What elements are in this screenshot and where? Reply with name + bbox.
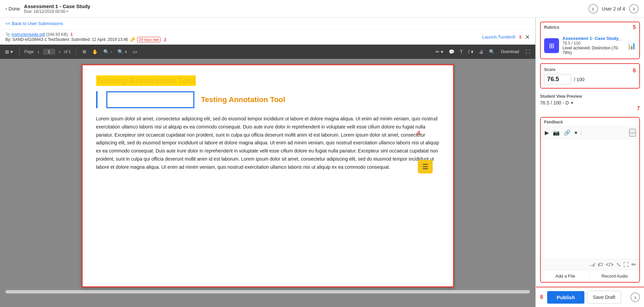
download-button[interactable]: Download: [498, 48, 522, 55]
back-arrow-icon: ‹: [5, 6, 7, 12]
late-badge: 29 days late: [137, 37, 160, 42]
close-button[interactable]: ✕: [525, 33, 530, 41]
resize-button[interactable]: ⤡: [616, 261, 621, 268]
page-label: Page: [24, 49, 34, 54]
file-info-bar: 📎 instructorguide.pdf (248.93 KB) 1 By: …: [0, 30, 535, 45]
link-button[interactable]: 🔗: [563, 129, 571, 137]
pdf-annotation-row: Testing Annotation Tool: [96, 91, 439, 108]
feedback-section: Feedback ▶ 📷 🔗 ▾ ⋯ 𝒜 🏷 </> ⤡ ⛶ ✏: [540, 117, 640, 283]
student-view-score: 76.5 / 100 - D: [540, 100, 569, 105]
prev-page-button[interactable]: ‹: [36, 48, 41, 55]
pdf-blue-elements: [96, 91, 194, 108]
pdf-blue-line: [96, 91, 98, 108]
emoji-button[interactable]: 🏷: [598, 262, 603, 268]
expand-button[interactable]: ⛶: [623, 262, 629, 268]
right-panel: Rubrics 5 ⊞ Assessment 1- Case Study_ 76…: [536, 18, 644, 307]
rubrics-header-label: Rubrics: [544, 25, 559, 30]
top-header: ‹ Done Assessment 1 - Case Study Due: 16…: [0, 0, 644, 18]
zoom-out-button[interactable]: 🔍 -: [102, 48, 114, 55]
save-draft-button[interactable]: Save Draft: [587, 291, 621, 304]
of-label: of 1: [64, 49, 71, 54]
dropdown-arrow-button[interactable]: ▾: [574, 129, 578, 137]
italic-button[interactable]: 𝒜: [590, 262, 595, 268]
rubrics-section: Rubrics 5 ⊞ Assessment 1- Case Study_ 76…: [540, 22, 640, 59]
page-input[interactable]: [43, 49, 55, 55]
feedback-body[interactable]: [541, 139, 639, 259]
file-link[interactable]: instructorguide.pdf: [12, 32, 45, 37]
feedback-bottom-toolbar: 𝒜 🏷 </> ⤡ ⛶ ✏: [541, 259, 639, 270]
next-user-button[interactable]: ›: [629, 4, 639, 14]
header-right: ‹ User 2 of 4 ›: [588, 4, 639, 14]
file-info-right: Launch Turnitin® 3 ✕: [482, 33, 530, 41]
rubric-card[interactable]: ⊞ Assessment 1- Case Study_ 76.5 / 100 L…: [541, 32, 639, 58]
score-input[interactable]: [544, 74, 571, 85]
code-button[interactable]: </>: [606, 262, 614, 268]
submitted-date: Submitted: 12 April, 2019 13:46: [71, 37, 128, 42]
action-buttons: 8 Publish Save Draft: [540, 291, 621, 304]
fullscreen-button[interactable]: ⛶: [524, 48, 532, 55]
chevron-down-icon: ▾: [571, 100, 573, 105]
zoom-in-button[interactable]: 🔍 +: [116, 48, 129, 55]
comment-button[interactable]: 💬: [447, 48, 456, 55]
annotation-toolbar: ⊞ ▾ Page ‹ › of 1 ⚙ ✋ 🔍 - 🔍 + ▭ ✏ ▾ 💬: [0, 45, 535, 59]
rubric-level: Level achieved: Distinction (70-79%): [562, 46, 624, 55]
toolbar-page-group: Page ‹ › of 1: [24, 48, 71, 55]
record-audio-button[interactable]: Record Audio: [590, 270, 639, 282]
print-button[interactable]: 🖨: [477, 48, 485, 55]
pdf-viewer: 4 Testing Annotation Tool Testing Annota…: [0, 59, 535, 307]
toolbar-separator-2: [76, 48, 76, 56]
next-page-button[interactable]: ›: [57, 48, 62, 55]
rubric-title: Assessment 1- Case Study_: [562, 36, 624, 41]
score-denominator: / 100: [574, 77, 584, 82]
file-info-left: 📎 instructorguide.pdf (248.93 KB) 1 By: …: [5, 32, 167, 42]
pdf-title-yellow: Testing Annotation Tool: [96, 75, 196, 86]
submitted-by: By: SAND-e5109443-1 TestStudent: [5, 37, 69, 42]
pdf-body-text: Lorem ipsum dolor sit amet, consectetur …: [96, 115, 439, 171]
next-submission-button[interactable]: ›: [630, 292, 640, 302]
rubric-info: Assessment 1- Case Study_ 76.5 / 100 Lev…: [562, 36, 624, 55]
score-header-row: Score 6: [544, 67, 636, 74]
settings-button[interactable]: ⚙: [81, 48, 88, 55]
done-button[interactable]: ‹ Done: [5, 6, 20, 12]
student-view-label: Student View Preview: [540, 94, 640, 99]
file-link-row: 📎 instructorguide.pdf (248.93 KB) 1: [5, 32, 167, 37]
turnitin-link[interactable]: Launch Turnitin®: [482, 34, 515, 40]
comment-lines-icon: ☰: [422, 163, 428, 171]
pencil-button[interactable]: ✏: [631, 261, 636, 268]
publish-button[interactable]: Publish: [547, 291, 584, 304]
camera-button[interactable]: 📷: [552, 129, 560, 137]
student-view-value[interactable]: 76.5 / 100 - D ▾: [540, 100, 640, 105]
video-button[interactable]: ▶: [544, 129, 550, 137]
file-size: (248.93 KB): [46, 32, 68, 37]
done-label: Done: [8, 6, 20, 11]
text-box-button[interactable]: T: [458, 48, 465, 55]
left-panel: << Back to User Submissions 📎 instructor…: [0, 18, 536, 307]
hand-tool-button[interactable]: ✋: [90, 48, 100, 55]
user-counter: User 2 of 4: [602, 6, 625, 11]
label-6: 6: [633, 68, 636, 74]
label-3: 3: [519, 34, 521, 40]
pdf-page: Testing Annotation Tool Testing Annotati…: [82, 64, 454, 287]
right-panel-inner: Rubrics 5 ⊞ Assessment 1- Case Study_ 76…: [536, 18, 644, 287]
more-options-button[interactable]: ⋯: [629, 129, 636, 137]
header-title-block: Assessment 1 - Case Study Due: 16/12/201…: [24, 3, 90, 14]
grid-view-button[interactable]: ⊞ ▾: [3, 48, 15, 55]
line-button[interactable]: / ▾: [467, 48, 475, 55]
add-file-button[interactable]: Add a File: [541, 270, 590, 282]
main-layout: << Back to User Submissions 📎 instructor…: [0, 18, 644, 307]
back-link-text: << Back to User Submissions: [5, 21, 63, 26]
label-7: 7: [637, 105, 640, 112]
rubric-chart-icon: 📊: [627, 42, 636, 50]
pdf-title-row: Testing Annotation Tool: [96, 75, 439, 91]
submission-meta: By: SAND-e5109443-1 TestStudent Submitte…: [5, 37, 167, 42]
search-button[interactable]: 🔍: [487, 48, 496, 55]
draw-button[interactable]: ✏ ▾: [434, 48, 445, 55]
rubrics-header-row: Rubrics 5: [541, 22, 639, 32]
back-link[interactable]: << Back to User Submissions: [0, 18, 535, 30]
toolbar-annotation-group: ✏ ▾ 💬 T / ▾ 🖨 🔍 Download ⛶: [434, 48, 532, 55]
label-4: 4: [417, 130, 420, 137]
prev-user-button[interactable]: ‹: [588, 4, 598, 14]
page-view-button[interactable]: ▭: [131, 48, 139, 55]
header-left: ‹ Done Assessment 1 - Case Study Due: 16…: [5, 3, 90, 14]
horizontal-scrollbar[interactable]: [5, 290, 530, 293]
